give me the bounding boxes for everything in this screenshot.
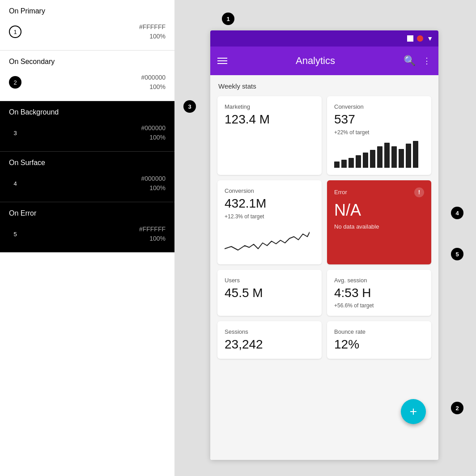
app-title: Analytics: [234, 55, 396, 67]
marketing-value: 123.4 M: [225, 113, 314, 127]
fab-button[interactable]: +: [401, 399, 426, 424]
bar-1: [334, 162, 340, 168]
status-arrow-icon: ▼: [427, 35, 433, 42]
on-primary-section: On Primary 1 #FFFFFF 100%: [0, 0, 174, 51]
app-bar: Analytics 🔍 ⋮: [210, 47, 438, 75]
weekly-stats-label: Weekly stats: [218, 82, 431, 90]
bar-9: [391, 146, 397, 168]
conversion-bottom-card: Conversion 432.1M +12.3% of target: [217, 180, 322, 264]
error-card-header: Error !: [334, 187, 424, 197]
left-panel: On Primary 1 #FFFFFF 100% On Secondary 2…: [0, 0, 174, 476]
conversion-bottom-value: 432.1M: [225, 197, 314, 211]
marketing-label: Marketing: [225, 103, 314, 110]
bar-3: [348, 158, 354, 168]
bar-5: [363, 153, 368, 168]
on-background-section: On Background 3 #000000 100%: [0, 101, 174, 152]
search-button[interactable]: 🔍: [404, 55, 416, 67]
on-surface-section: On Surface 4 #000000 100%: [0, 152, 174, 202]
users-card: Users 45.5 M: [217, 270, 322, 316]
on-error-section: On Error 5 #FFFFFF 100%: [0, 202, 174, 252]
conversion-bottom-label: Conversion: [225, 187, 314, 194]
annotation-1-badge: 1: [222, 13, 234, 25]
users-value: 45.5 M: [225, 286, 314, 300]
cards-grid: Marketing 123.4 M Conversion 537 +22% of…: [217, 96, 431, 359]
bar-4: [356, 155, 361, 168]
more-options-button[interactable]: ⋮: [423, 56, 431, 66]
on-surface-values: #000000 100%: [141, 174, 166, 193]
on-error-header: On Error: [9, 209, 166, 217]
hamburger-menu-button[interactable]: [217, 58, 227, 64]
on-error-values: #FFFFFF 100%: [139, 225, 166, 243]
on-secondary-section: On Secondary 2 #000000 100%: [0, 51, 174, 101]
on-primary-values: #FFFFFF 100%: [139, 22, 166, 41]
users-label: Users: [225, 277, 314, 284]
conversion-top-label: Conversion: [334, 103, 424, 110]
line-chart-svg: [225, 224, 310, 255]
badge-3: 3: [9, 127, 21, 139]
fab-plus-icon: +: [410, 405, 417, 418]
annotation-2-badge: 2: [451, 402, 463, 414]
bar-10: [399, 149, 404, 168]
bar-2: [341, 160, 347, 168]
bar-chart: [334, 141, 424, 168]
on-secondary-values: #000000 100%: [141, 73, 166, 92]
bounce-rate-card: Bounce rate 12%: [327, 321, 431, 359]
status-square-icon: [407, 35, 413, 42]
line-chart: [225, 224, 314, 257]
conversion-top-value: 537: [334, 113, 424, 127]
bounce-rate-label: Bounce rate: [334, 328, 424, 335]
avg-session-sub: +56.6% of target: [334, 302, 424, 309]
bar-11: [406, 144, 411, 168]
status-circle-icon: [417, 35, 423, 42]
menu-line-2: [217, 60, 227, 61]
avg-session-label: Avg. session: [334, 277, 424, 284]
conversion-top-card: Conversion 537 +22% of target: [327, 96, 431, 175]
annotation-5-badge: 5: [451, 248, 463, 260]
on-background-values: #000000 100%: [141, 123, 166, 142]
annotation-3-badge: 3: [183, 100, 196, 113]
error-card-label: Error: [334, 189, 347, 196]
annotation-4-badge: 4: [451, 207, 463, 219]
avg-session-card: Avg. session 4:53 H +56.6% of target: [327, 270, 431, 316]
on-surface-header: On Surface: [9, 159, 166, 167]
marketing-card: Marketing 123.4 M: [217, 96, 322, 175]
sessions-value: 23,242: [225, 338, 314, 352]
on-background-header: On Background: [9, 108, 166, 116]
conversion-top-sub: +22% of target: [334, 129, 424, 136]
status-bar: ▼: [210, 30, 438, 47]
error-card-value: N/A: [334, 201, 424, 220]
bounce-rate-value: 12%: [334, 338, 424, 352]
badge-5: 5: [9, 228, 21, 240]
menu-line-1: [217, 58, 227, 59]
mobile-frame: ▼ Analytics 🔍 ⋮ Weekly stats Marketing 1…: [210, 30, 438, 460]
avg-session-value: 4:53 H: [334, 286, 424, 300]
bar-12: [413, 141, 418, 168]
sessions-label: Sessions: [225, 328, 314, 335]
sessions-card: Sessions 23,242: [217, 321, 322, 359]
bar-7: [377, 146, 382, 168]
badge-1: 1: [9, 26, 21, 38]
bar-6: [370, 150, 375, 168]
badge-2: 2: [9, 76, 21, 89]
error-badge: !: [414, 187, 424, 197]
badge-4: 4: [9, 177, 21, 190]
on-secondary-header: On Secondary: [9, 58, 166, 66]
on-primary-header: On Primary: [9, 7, 166, 15]
error-card: Error ! N/A No data available: [327, 180, 431, 264]
menu-line-3: [217, 63, 227, 64]
error-card-sub: No data available: [334, 223, 424, 230]
bar-8: [384, 143, 390, 168]
conversion-bottom-sub: +12.3% of target: [225, 213, 314, 220]
